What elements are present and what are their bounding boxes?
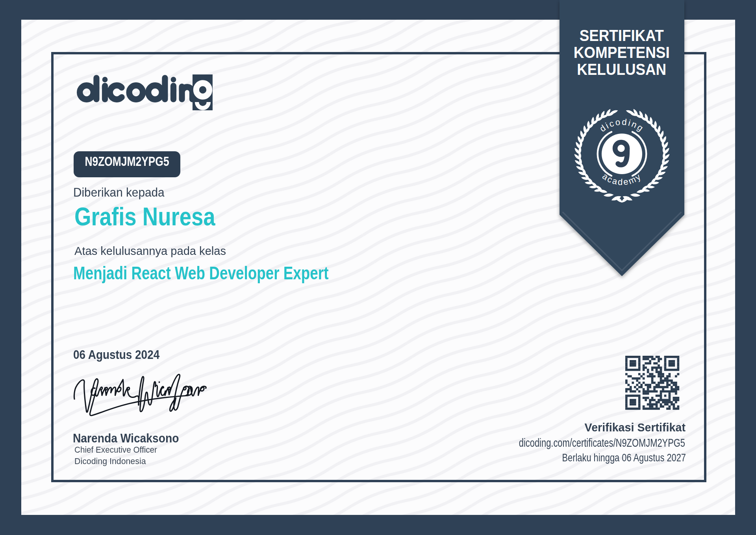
svg-text:dicoding: dicoding [598, 117, 646, 134]
svg-text:KOMPETENSI: KOMPETENSI [574, 43, 670, 61]
svg-text:SERTIFIKAT: SERTIFIKAT [580, 26, 664, 45]
svg-text:KELULUSAN: KELULUSAN [577, 60, 666, 78]
